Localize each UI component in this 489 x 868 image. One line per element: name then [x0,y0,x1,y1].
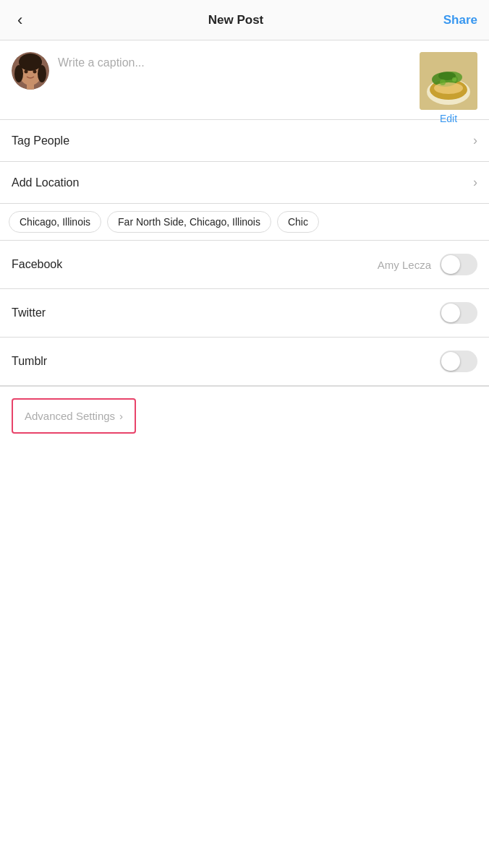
svg-point-14 [434,82,463,94]
back-button[interactable]: ‹ [12,7,28,34]
post-thumbnail [420,52,477,110]
facebook-label: Facebook [12,258,62,271]
svg-point-2 [19,53,42,71]
location-chips-container: Chicago, Illinois Far North Side, Chicag… [0,204,489,241]
twitter-right [440,302,477,324]
facebook-toggle[interactable] [440,254,477,275]
svg-point-15 [440,80,446,85]
add-location-chevron-icon: › [473,175,477,190]
tumblr-row: Tumblr [0,338,489,386]
advanced-settings-row[interactable]: Advanced Settings › [12,398,136,434]
svg-point-16 [452,77,456,82]
tag-people-chevron-icon: › [473,133,477,148]
tag-people-label: Tag People [12,134,69,147]
rest-area [0,445,489,734]
tumblr-right [440,351,477,372]
svg-point-5 [25,70,28,74]
location-chip-1[interactable]: Far North Side, Chicago, Illinois [107,211,271,233]
advanced-settings-label: Advanced Settings [25,410,115,422]
svg-point-6 [33,70,37,74]
avatar [12,52,49,90]
location-chip-0[interactable]: Chicago, Illinois [9,211,101,233]
facebook-right: Amy Lecza [378,254,477,275]
edit-link[interactable]: Edit [440,113,457,124]
location-chip-2[interactable]: Chic [277,211,319,233]
caption-placeholder: Write a caption... [58,55,145,71]
add-location-label: Add Location [12,176,79,189]
twitter-label: Twitter [12,306,46,319]
add-location-row[interactable]: Add Location › [0,162,489,204]
twitter-row: Twitter [0,289,489,338]
share-button[interactable]: Share [443,13,477,27]
tumblr-toggle[interactable] [440,351,477,372]
page-title: New Post [208,13,264,27]
advanced-settings-chevron-icon: › [119,410,123,422]
svg-point-3 [14,65,23,82]
caption-input[interactable]: Write a caption... [58,52,477,71]
twitter-toggle[interactable] [440,302,477,324]
header: ‹ New Post Share [0,0,489,40]
tumblr-label: Tumblr [12,355,47,368]
post-thumbnail-area: Edit [420,52,477,124]
facebook-account: Amy Lecza [378,259,431,271]
caption-area: Write a caption... Edit [0,40,489,120]
tag-people-row[interactable]: Tag People › [0,120,489,162]
facebook-row: Facebook Amy Lecza [0,241,489,289]
svg-rect-7 [27,82,34,90]
svg-point-4 [38,65,46,82]
